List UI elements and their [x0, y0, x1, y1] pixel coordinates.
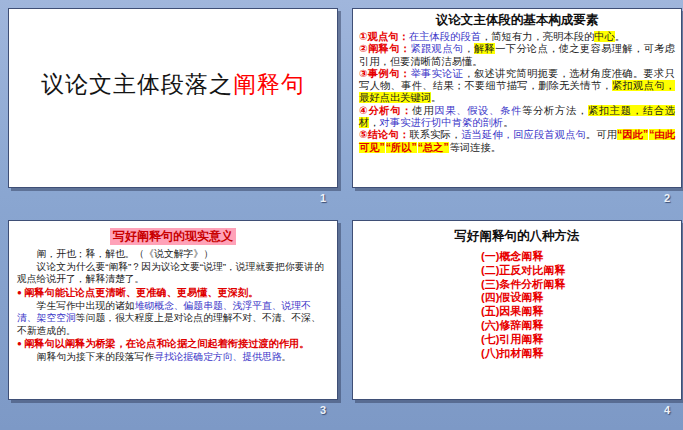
text-segment: 适当延伸，回应段首观点句 — [461, 129, 586, 140]
method-item: (六)修辞阐释 — [481, 319, 681, 333]
method-item: (五)因果阐释 — [481, 305, 681, 319]
slide-cell-2: 议论文主体段的基本构成要素 ①观点句：在主体段的段首，简短有力，亮明本段的中心。… — [352, 8, 683, 188]
method-item: (一)概念阐释 — [481, 250, 681, 264]
slide-cell-4: 写好阐释句的八种方法 (一)概念阐释(二)正反对比阐释(三)条件分析阐释(四)假… — [352, 220, 683, 400]
item-label: ③事例句： — [359, 68, 410, 79]
text-segment: 学生写作中出现的诸如 — [37, 300, 135, 311]
text-segment: 。 — [431, 92, 441, 103]
slide-3-number: 3 — [320, 404, 326, 416]
item-label: ⑤结论句： — [359, 129, 409, 140]
slide3-para1: 阐，开也；释，解也。（《说文解字》） — [17, 248, 329, 261]
text-segment: ， — [369, 117, 379, 128]
text-segment: “因此” — [617, 129, 648, 140]
slide-cell-1: 议论文主体段落之阐释句 1 — [8, 8, 344, 188]
text-segment: “所以” — [386, 142, 417, 153]
item-label: ①观点句： — [359, 31, 409, 42]
slide-4-thumbnail[interactable]: 写好阐释句的八种方法 (一)概念阐释(二)正反对比阐释(三)条件分析阐释(四)假… — [352, 220, 682, 400]
slide1-title: 议论文主体段落之阐释句 — [9, 9, 337, 100]
slide-2-thumbnail[interactable]: 议论文主体段的基本构成要素 ①观点句：在主体段的段首，简短有力，亮明本段的中心。… — [352, 8, 682, 188]
text-segment: 阐释句为接下来的段落写作 — [37, 351, 155, 362]
method-item: (八)扣材阐释 — [481, 347, 681, 361]
slide2-item: ②阐释句：紧跟观点句，解释一下分论点，使之更容易理解，可考虑引用，但要清晰简洁易… — [359, 43, 675, 68]
text-segment: ，简短有力，亮明本段的 — [481, 31, 594, 42]
slide4-title: 写好阐释句的八种方法 — [353, 228, 681, 245]
text-segment: 在主体段的段首 — [409, 31, 481, 42]
slide3-title-wrap: 写好阐释句的现实意义 — [17, 226, 329, 245]
slide2-item: ③事例句：举事实论证，叙述讲究简明扼要，选材角度准确。要求只写人物、事件、结果；… — [359, 68, 675, 105]
slide2-item: ④分析句：使用因果、假设、条件等分析方法，紧扣主题，结合选材，对事实进行切中肯綮… — [359, 105, 675, 130]
slide-sorter-view: 议论文主体段落之阐释句 1 议论文主体段的基本构成要素 ①观点句：在主体段的段首… — [0, 0, 683, 430]
slide3-para3: 学生写作中出现的诸如堆砌概念、偏题串题、浅浮平直、说理不清、架空空洞等问题，很大… — [17, 300, 329, 338]
slide2-body: ①观点句：在主体段的段首，简短有力，亮明本段的中心。②阐释句：紧跟观点句，解释一… — [359, 31, 675, 154]
slide1-title-black: 议论文主体段落之 — [41, 71, 233, 97]
slide1-title-red: 阐释句 — [233, 71, 305, 97]
slide3-para4: 阐释句为接下来的段落写作寻找论据确定方向、提供思路。 — [17, 351, 329, 364]
text-segment: 。 — [615, 31, 625, 42]
slide3-title: 写好阐释句的现实意义 — [110, 228, 236, 245]
item-label: ②阐释句： — [359, 43, 410, 54]
text-segment: 举事实论证 — [410, 68, 463, 79]
slide3-bullet1: 阐释句能让论点更清晰、更准确、更易懂、更深刻。 — [17, 287, 329, 300]
slide4-method-list: (一)概念阐释(二)正反对比阐释(三)条件分析阐释(四)假设阐释(五)因果阐释(… — [353, 250, 681, 360]
text-segment: 。 — [503, 117, 513, 128]
text-segment: 联系实际， — [409, 129, 461, 140]
text-segment: 使用 — [412, 105, 434, 116]
method-item: (四)假设阐释 — [481, 291, 681, 305]
text-segment: 紧跟观点句 — [410, 43, 463, 54]
text-segment: 寻找论据确定方向、提供思路 — [154, 351, 281, 362]
text-segment: 。可用 — [586, 129, 617, 140]
slide2-content: 议论文主体段的基本构成要素 ①观点句：在主体段的段首，简短有力，亮明本段的中心。… — [353, 9, 681, 154]
text-segment: 对事实进行切中肯綮的剖析 — [380, 117, 504, 128]
method-item: (三)条件分析阐释 — [481, 278, 681, 292]
slide-2-number: 2 — [664, 192, 670, 204]
text-segment: ， — [463, 43, 474, 54]
slide3-para2: 议论文为什么要“阐释”？因为议论文要“说理”，说理就要把你要讲的观点给说开了，解… — [17, 261, 329, 286]
method-item: (七)引用阐释 — [481, 333, 681, 347]
text-segment: 因果、假设、条件 — [434, 105, 522, 116]
slide-3-thumbnail[interactable]: 写好阐释句的现实意义 阐，开也；释，解也。（《说文解字》） 议论文为什么要“阐释… — [8, 220, 338, 400]
text-segment: 中心 — [594, 31, 615, 42]
slide3-bullet2: 阐释句以阐释为桥梁，在论点和论据之间起着衔接过渡的作用。 — [17, 338, 329, 351]
slide-1-number: 1 — [320, 192, 326, 204]
text-segment: 。 — [282, 351, 292, 362]
text-segment: “总之” — [418, 142, 449, 153]
text-segment: 解释 — [474, 43, 495, 54]
slide-cell-3: 写好阐释句的现实意义 阐，开也；释，解也。（《说文解字》） 议论文为什么要“阐释… — [8, 220, 344, 400]
slide3-content: 写好阐释句的现实意义 阐，开也；释，解也。（《说文解字》） 议论文为什么要“阐释… — [9, 221, 337, 364]
item-label: ④分析句： — [359, 105, 412, 116]
method-item: (二)正反对比阐释 — [481, 264, 681, 278]
slide-4-number: 4 — [664, 404, 670, 416]
slide2-title: 议论文主体段的基本构成要素 — [359, 12, 675, 29]
text-segment: 等词连接。 — [450, 142, 501, 153]
slide2-item: ⑤结论句：联系实际，适当延伸，回应段首观点句。可用“因此”“由此可见”“所以”“… — [359, 129, 675, 154]
slide2-item: ①观点句：在主体段的段首，简短有力，亮明本段的中心。 — [359, 31, 675, 43]
slide-1-thumbnail[interactable]: 议论文主体段落之阐释句 — [8, 8, 338, 188]
text-segment: 等分析方法， — [522, 105, 588, 116]
